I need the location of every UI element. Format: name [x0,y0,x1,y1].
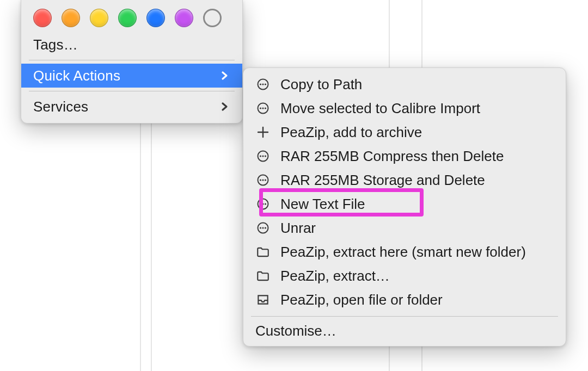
tray-icon [255,292,271,307]
qa-item-label: PeaZip, add to archive [280,124,422,141]
services-label: Services [33,98,218,115]
tag-color-green[interactable] [118,9,137,27]
qa-item-peazip-extract[interactable]: PeaZip, extract… [243,264,566,288]
tag-color-none[interactable] [203,9,222,27]
customise-label: Customise… [255,323,336,339]
chevron-right-icon [218,70,230,82]
qa-item-label: PeaZip, extract here (smart new folder) [280,244,526,261]
folder-icon [255,268,271,283]
chevron-right-icon [218,101,230,113]
svg-point-13 [265,155,266,157]
svg-point-3 [265,83,266,85]
qa-item-rar-compress[interactable]: RAR 255MB Compress then Delete [243,144,566,168]
ellipsis-circle-icon [255,196,271,212]
qa-item-unrar[interactable]: Unrar [243,216,566,240]
qa-item-copy-to-path[interactable]: Copy to Path [243,72,566,96]
tag-color-blue[interactable] [146,9,165,27]
tags-menu-item[interactable]: Tags… [21,33,242,57]
tag-color-red[interactable] [33,9,52,27]
context-menu-primary: Tags… Quick Actions Services [21,0,243,123]
tags-label: Tags… [33,36,230,53]
qa-item-move-calibre[interactable]: Move selected to Calibre Import [243,96,566,120]
quick-actions-label: Quick Actions [33,67,218,84]
separator [251,316,558,317]
qa-item-peazip-open[interactable]: PeaZip, open file or folder [243,288,566,312]
ellipsis-circle-icon [255,77,271,92]
separator [29,60,235,60]
tag-color-orange[interactable] [62,9,80,27]
tags-color-row [21,7,242,33]
svg-point-15 [260,179,261,181]
ellipsis-circle-icon [255,172,271,188]
qa-item-rar-storage[interactable]: RAR 255MB Storage and Delete [243,168,566,192]
qa-item-label: Unrar [280,220,316,237]
tag-color-yellow[interactable] [90,9,108,27]
svg-point-12 [262,155,264,157]
svg-point-20 [262,203,264,205]
qa-item-peazip-add[interactable]: PeaZip, add to archive [243,120,566,144]
quick-actions-submenu: Copy to Path Move selected to Calibre Im… [243,67,566,347]
quick-actions-menu-item[interactable]: Quick Actions [21,64,242,88]
qa-item-label: PeaZip, open file or folder [280,292,443,308]
qa-item-label: RAR 255MB Storage and Delete [280,172,485,189]
svg-point-5 [260,107,261,109]
svg-point-1 [260,83,261,85]
ellipsis-circle-icon [255,220,271,236]
svg-point-25 [265,227,266,228]
plus-icon [255,125,271,140]
svg-point-19 [260,203,261,205]
services-menu-item[interactable]: Services [21,95,242,119]
svg-point-16 [262,179,264,181]
ellipsis-circle-icon [255,101,271,116]
qa-item-new-text-file[interactable]: New Text File [243,192,566,216]
svg-point-6 [262,107,264,109]
svg-point-21 [265,203,266,205]
svg-point-23 [260,227,261,228]
svg-point-11 [260,155,261,157]
qa-item-label: Copy to Path [280,76,362,93]
separator [29,91,235,91]
svg-point-17 [265,179,266,181]
svg-point-7 [265,107,266,109]
qa-item-label: RAR 255MB Compress then Delete [280,148,504,165]
folder-icon [255,244,271,259]
qa-item-label: New Text File [280,196,365,213]
svg-point-24 [262,227,264,228]
svg-point-2 [262,83,264,85]
qa-item-label: Move selected to Calibre Import [280,100,480,117]
ellipsis-circle-icon [255,149,271,164]
tag-color-purple[interactable] [175,9,193,27]
qa-item-peazip-extract-smart[interactable]: PeaZip, extract here (smart new folder) [243,240,566,264]
qa-customise[interactable]: Customise… [243,320,566,342]
qa-item-label: PeaZip, extract… [280,268,390,285]
